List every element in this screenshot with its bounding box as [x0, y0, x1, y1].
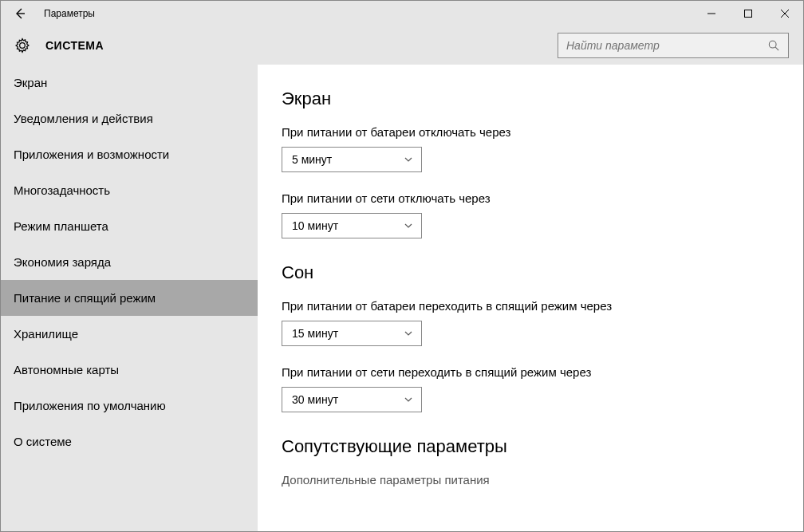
- screen-heading: Экран: [282, 89, 779, 109]
- svg-rect-0: [745, 10, 752, 18]
- sidebar-item-multitask[interactable]: Многозадачность: [1, 172, 258, 208]
- sleep-plugged-label: При питании от сети переходить в спящий …: [282, 365, 779, 379]
- sidebar-item-default-apps[interactable]: Приложения по умолчанию: [1, 388, 258, 424]
- sleep-battery-label: При питании от батареи переходить в спящ…: [282, 299, 779, 313]
- chevron-down-icon: [404, 155, 413, 164]
- titlebar: Параметры: [1, 1, 803, 26]
- sidebar-item-label: Автономные карты: [14, 363, 119, 376]
- screen-plugged-off-dropdown[interactable]: 10 минут: [282, 213, 422, 238]
- header: СИСТЕМА: [1, 26, 803, 65]
- minimize-icon: [707, 10, 715, 18]
- sidebar: Экран Уведомления и действия Приложения …: [1, 65, 258, 531]
- close-button[interactable]: [767, 1, 803, 26]
- screen-battery-off-dropdown[interactable]: 5 минут: [282, 147, 422, 172]
- chevron-down-icon: [404, 329, 413, 338]
- sidebar-item-label: Режим планшета: [14, 219, 108, 233]
- search-box[interactable]: [558, 33, 789, 58]
- sidebar-item-about[interactable]: О системе: [1, 424, 258, 459]
- sidebar-item-maps[interactable]: Автономные карты: [1, 352, 258, 388]
- dropdown-value: 5 минут: [292, 153, 332, 166]
- sidebar-item-notifications[interactable]: Уведомления и действия: [1, 100, 258, 136]
- dropdown-value: 15 минут: [292, 327, 338, 340]
- chevron-down-icon: [404, 395, 413, 404]
- close-icon: [781, 10, 789, 18]
- dropdown-value: 10 минут: [292, 219, 338, 232]
- sidebar-item-label: Многозадачность: [14, 183, 110, 197]
- section-title: СИСТЕМА: [45, 39, 104, 52]
- sidebar-item-label: Хранилище: [14, 327, 78, 341]
- additional-power-link[interactable]: Дополнительные параметры питания: [282, 473, 779, 487]
- sleep-heading: Сон: [282, 262, 779, 283]
- maximize-button[interactable]: [730, 1, 767, 26]
- sidebar-item-label: О системе: [14, 435, 72, 448]
- back-button[interactable]: [7, 1, 33, 26]
- sidebar-item-apps[interactable]: Приложения и возможности: [1, 136, 258, 172]
- search-icon: [767, 39, 780, 52]
- related-heading: Сопутствующие параметры: [282, 436, 779, 457]
- sidebar-item-display[interactable]: Экран: [1, 65, 258, 100]
- sidebar-item-battery[interactable]: Экономия заряда: [1, 244, 258, 280]
- sidebar-item-label: Экран: [14, 76, 47, 89]
- chevron-down-icon: [404, 221, 413, 231]
- sidebar-item-label: Приложения и возможности: [14, 148, 169, 161]
- arrow-left-icon: [14, 7, 26, 20]
- sleep-plugged-dropdown[interactable]: 30 минут: [282, 387, 422, 412]
- sidebar-item-label: Уведомления и действия: [14, 112, 153, 125]
- minimize-button[interactable]: [693, 1, 730, 26]
- sleep-battery-dropdown[interactable]: 15 минут: [282, 321, 422, 346]
- gear-icon: [14, 37, 31, 54]
- screen-plugged-off-label: При питании от сети отключать через: [282, 191, 779, 205]
- search-input[interactable]: [566, 39, 767, 52]
- sidebar-item-storage[interactable]: Хранилище: [1, 316, 258, 352]
- screen-battery-off-label: При питании от батареи отключать через: [282, 125, 779, 139]
- svg-point-1: [769, 41, 776, 48]
- sidebar-item-power[interactable]: Питание и спящий режим: [1, 280, 258, 316]
- maximize-icon: [744, 10, 752, 18]
- sidebar-item-tablet[interactable]: Режим планшета: [1, 208, 258, 244]
- window-title: Параметры: [44, 8, 95, 19]
- sidebar-item-label: Приложения по умолчанию: [14, 399, 166, 412]
- sidebar-item-label: Питание и спящий режим: [14, 291, 156, 305]
- dropdown-value: 30 минут: [292, 393, 338, 406]
- content-area: Экран При питании от батареи отключать ч…: [258, 65, 803, 531]
- sidebar-item-label: Экономия заряда: [14, 255, 111, 269]
